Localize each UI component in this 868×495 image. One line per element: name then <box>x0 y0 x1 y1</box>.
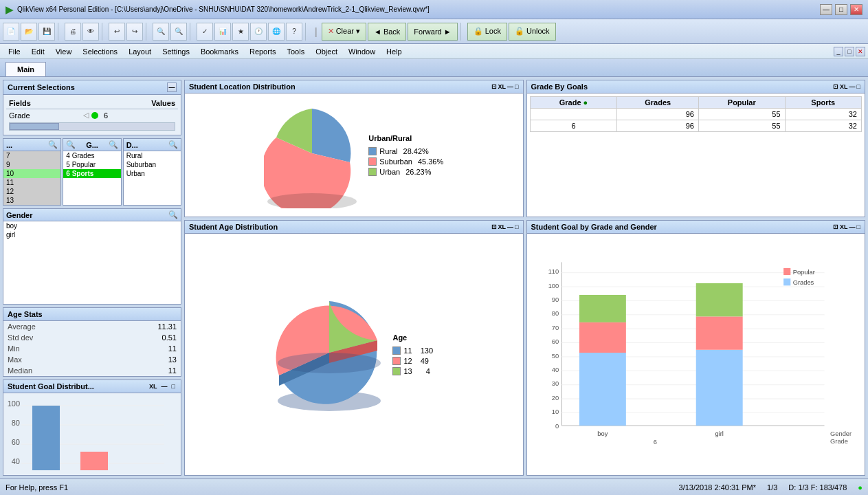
search-icon-d[interactable]: 🔍 <box>168 140 178 149</box>
selections-minimize-btn[interactable]: — <box>167 82 177 92</box>
check-btn[interactable]: ✓ <box>197 23 213 41</box>
list-item[interactable]: 11 <box>3 178 60 187</box>
app-maximize-btn[interactable]: □ <box>845 47 854 56</box>
goals-min-btn[interactable]: — <box>849 83 856 90</box>
open-btn[interactable]: 📂 <box>21 23 37 41</box>
menu-layout[interactable]: Layout <box>123 46 157 57</box>
maximize-button[interactable]: □ <box>835 4 847 15</box>
forward-button[interactable]: Forward ► <box>408 23 457 41</box>
loc-send-icon[interactable]: ⊡ <box>491 83 497 90</box>
menu-view[interactable]: View <box>50 46 78 57</box>
redo-btn[interactable]: ↪ <box>126 23 143 41</box>
median-value: 11 <box>168 366 177 375</box>
star-btn[interactable]: ★ <box>232 23 249 41</box>
forward-icon: Forward ► <box>414 28 451 36</box>
goals-send-icon[interactable]: ⊡ <box>833 83 838 90</box>
gg-max-btn[interactable]: □ <box>857 223 860 230</box>
list-item[interactable]: 6 Sports <box>63 169 120 178</box>
minimize-button[interactable]: — <box>820 4 832 15</box>
tab-main[interactable]: Main <box>5 62 46 76</box>
close-button[interactable]: ✕ <box>850 4 863 15</box>
age-send-icon[interactable]: ⊡ <box>491 223 497 230</box>
search-btn[interactable]: 🔍 <box>153 23 169 41</box>
svg-text:Gender: Gender <box>830 430 852 437</box>
age-xl-btn[interactable]: XL <box>498 223 507 230</box>
list-item[interactable]: 12 <box>3 187 60 196</box>
list-item[interactable]: Urban <box>124 169 181 178</box>
status-indicator: ● <box>858 483 863 492</box>
menu-window[interactable]: Window <box>343 46 381 57</box>
age-min-btn[interactable]: — <box>507 223 513 230</box>
menu-edit[interactable]: Edit <box>26 46 50 57</box>
list-item[interactable]: 5 Popular <box>63 160 120 169</box>
goal-min-btn[interactable]: — <box>160 383 169 390</box>
goal-xl-btn[interactable]: XL <box>148 383 159 390</box>
help-tb-btn[interactable]: ? <box>286 23 302 41</box>
green-dot-icon <box>91 112 98 119</box>
list-item[interactable]: 9 <box>3 160 60 169</box>
student-age-header: Student Age Distribution ⊡ XL — □ <box>185 221 523 234</box>
legend-item-12: 12 49 <box>392 357 433 365</box>
goals-xl-btn[interactable]: XL <box>840 83 848 90</box>
legend-item-13: 13 4 <box>392 367 433 375</box>
list-item-girl[interactable]: girl <box>3 230 181 239</box>
print-btn[interactable]: 🖨 <box>65 23 81 41</box>
menu-settings[interactable]: Settings <box>157 46 195 57</box>
stats-row-stddev: Std dev 0.51 <box>3 332 181 343</box>
list-item-boy[interactable]: boy <box>3 221 181 230</box>
student-goal-gender-title: Student Goal by Grade and Gender <box>531 223 657 231</box>
list-item[interactable]: 13 <box>3 196 60 205</box>
rural-value: 28.42% <box>403 147 429 155</box>
svg-text:90: 90 <box>551 296 558 303</box>
list-item[interactable]: Rural <box>124 151 181 160</box>
th-grades: Grades <box>617 97 699 109</box>
file-info: D: 1/3 F: 183/478 <box>788 483 847 492</box>
menu-file[interactable]: File <box>3 46 26 57</box>
clear-button[interactable]: ✕ Clear ▾ <box>322 23 366 41</box>
svg-rect-48 <box>579 322 625 353</box>
values-label: Values <box>151 99 175 107</box>
svg-text:100: 100 <box>8 399 20 408</box>
clock-btn[interactable]: 🕐 <box>250 23 267 41</box>
menu-object[interactable]: Object <box>310 46 343 57</box>
menu-bookmarks[interactable]: Bookmarks <box>195 46 244 57</box>
menu-selections[interactable]: Selections <box>77 46 123 57</box>
goals-max-btn[interactable]: □ <box>857 83 860 90</box>
app-close-btn[interactable]: ✕ <box>856 47 865 56</box>
unlock-button[interactable]: 🔓 Unlock <box>509 23 556 41</box>
save-btn[interactable]: 💾 <box>38 23 55 41</box>
menu-help[interactable]: Help <box>381 46 408 57</box>
back-button[interactable]: ◄ Back <box>368 23 406 41</box>
list-item[interactable]: Suburban <box>124 160 181 169</box>
selections-scrollbar[interactable] <box>9 122 175 131</box>
app-minimize-btn[interactable]: _ <box>834 47 843 56</box>
preview-btn[interactable]: 👁 <box>82 23 99 41</box>
list-item[interactable]: 7 <box>3 151 60 160</box>
globe-btn[interactable]: 🌐 <box>268 23 285 41</box>
loc-max-btn[interactable]: □ <box>515 83 518 90</box>
menu-reports[interactable]: Reports <box>244 46 282 57</box>
svg-rect-60 <box>783 278 790 285</box>
chart-btn[interactable]: 📊 <box>214 23 231 41</box>
list-item[interactable]: 10 <box>3 169 60 178</box>
list-item[interactable]: 4 Grades <box>63 151 120 160</box>
lock-button[interactable]: 🔒 Lock <box>467 23 507 41</box>
gg-xl-btn[interactable]: XL <box>840 223 848 230</box>
loc-min-btn[interactable]: — <box>507 83 513 90</box>
gg-send-icon[interactable]: ⊡ <box>833 223 838 230</box>
search-icon-num[interactable]: 🔍 <box>48 140 58 149</box>
undo-btn[interactable]: ↩ <box>109 23 125 41</box>
search2-btn[interactable]: 🔍 <box>170 23 187 41</box>
age-max-btn[interactable]: □ <box>515 223 518 230</box>
goal-dist-chart: 100 80 60 40 20 0 <box>3 393 181 473</box>
loc-xl-btn[interactable]: XL <box>498 83 507 90</box>
new-btn[interactable]: 📄 <box>3 23 19 41</box>
search-icon-gender[interactable]: 🔍 <box>168 210 178 219</box>
search-icon-g2[interactable]: 🔍 <box>109 140 118 149</box>
search-icon-g1[interactable]: 🔍 <box>66 140 76 149</box>
menu-tools[interactable]: Tools <box>281 46 310 57</box>
rural-label: Rural <box>379 147 397 155</box>
svg-text:60: 60 <box>12 438 20 446</box>
goal-max-btn[interactable]: □ <box>170 383 177 390</box>
gg-min-btn[interactable]: — <box>849 223 856 230</box>
